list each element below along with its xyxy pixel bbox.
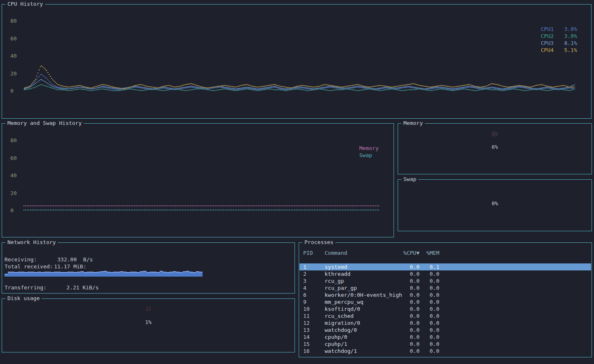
process-cpu: 0.0 [395,284,420,291]
process-row[interactable]: 1systemd0.00.1 [299,263,591,270]
legend-series-value: 3.0% [564,33,577,40]
process-pid: 4 [303,284,325,291]
process-cpu: 0.0 [395,312,420,319]
memory-swap-history-chart [24,136,393,218]
y-axis-tick: 20 [10,190,17,196]
process-row[interactable]: 14cpuhp/00.00.0 [299,333,591,341]
disk-usage-value: 1% [2,319,295,325]
process-mem: 0.0 [420,319,439,326]
process-row[interactable]: 10ksoftirqd/00.00.0 [299,305,591,312]
memory-usage-icon [492,132,498,136]
process-row[interactable]: 13watchdog/00.00.0 [299,326,591,333]
swap-panel: Swap 0% [398,179,592,231]
process-pid: 13 [303,326,325,333]
process-pid: 10 [303,305,325,312]
process-command: mm_percpu_wq [325,298,395,305]
process-row[interactable]: 15cpuhp/10.00.0 [299,341,591,348]
process-table: 1systemd0.00.12kthreadd0.00.03rcu_gp0.00… [299,263,591,355]
process-command: rcu_sched [325,312,395,319]
process-command: kworker/0:0H-events_high [325,291,395,298]
transferring-label: Transferring: [5,285,47,291]
process-command: kthreadd [325,270,395,277]
process-cpu: 0.0 [395,326,420,333]
legend-series-name: Memory [359,145,379,152]
legend-series-name: CPU2 [541,33,554,40]
process-mem: 0.0 [420,291,439,298]
process-cpu: 0.0 [395,348,420,355]
legend-series-name: CPU4 [541,47,554,54]
process-mem: 0.0 [420,270,439,277]
memory-swap-history-title: Memory and Swap History [5,120,84,127]
process-cpu: 0.0 [395,263,420,270]
process-row[interactable]: 12migration/00.00.0 [299,319,591,326]
process-row[interactable]: 2kthreadd0.00.0 [299,270,591,277]
memory-usage-value: 6% [398,144,592,150]
memory-swap-legend: MemorySwap [359,145,396,159]
cpu-history-panel: CPU History CPU13.0%CPU23.0%CPU38.1%CPU4… [2,4,592,119]
y-axis-tick: 20 [10,71,17,77]
process-row[interactable]: 9mm_percpu_wq0.00.0 [299,298,591,305]
receiving-value: 332.00 B/s [57,257,93,263]
process-mem: 0.0 [420,277,439,284]
process-pid: 15 [303,341,325,348]
y-axis-tick: 60 [10,155,17,161]
process-pid: 2 [303,270,325,277]
process-cpu: 0.0 [395,333,420,341]
swap-title: Swap [401,176,418,183]
y-axis-tick: 80 [10,138,17,143]
legend-row: CPU13.0% [541,26,577,33]
process-pid: 3 [303,277,325,284]
cpu-history-title: CPU History [5,1,45,7]
process-cpu: 0.0 [395,305,420,312]
process-mem: 0.0 [420,305,439,312]
process-row[interactable]: 16watchdog/10.00.0 [299,348,591,355]
processes-title: Processes [302,239,335,246]
process-pid: 6 [303,291,325,298]
process-command: ksoftirqd/0 [325,305,395,312]
column-header-cpu[interactable]: %CPU▼ [395,249,420,256]
cpu-legend: CPU13.0%CPU23.0%CPU38.1%CPU45.1% [541,26,577,54]
network-history-title: Network History [5,239,58,246]
column-header-mem[interactable]: %MEM [420,249,439,256]
legend-row: CPU23.0% [541,33,577,40]
legend-row: CPU38.1% [541,40,577,47]
legend-series-value: 3.0% [564,26,577,33]
process-pid: 12 [303,319,325,326]
legend-row: Memory [359,145,396,152]
process-row[interactable]: 6kworker/0:0H-events_high0.00.0 [299,291,591,298]
process-command: systemd [325,263,395,270]
process-cpu: 0.0 [395,319,420,326]
process-pid: 1 [303,263,325,270]
process-command: watchdog/1 [325,348,395,355]
process-cpu: 0.0 [395,291,420,298]
process-command: rcu_par_gp [325,284,395,291]
process-mem: 0.0 [420,326,439,333]
legend-series-name: CPU1 [541,26,554,33]
process-cpu: 0.0 [395,277,420,284]
process-mem: 0.0 [420,284,439,291]
legend-series-name: Swap [359,152,372,159]
column-header-command[interactable]: Command [325,249,395,256]
swap-usage-value: 0% [398,201,592,207]
processes-panel: Processes PIDCommand%CPU▼%MEM 1systemd0.… [299,242,592,357]
process-row[interactable]: 3rcu_gp0.00.0 [299,277,591,284]
process-command: migration/0 [325,319,395,326]
disk-usage-panel: Disk usage 1% [2,298,295,352]
y-axis-tick: 80 [10,18,17,24]
process-cpu: 0.0 [395,270,420,277]
process-row[interactable]: 4rcu_par_gp0.00.0 [299,284,591,291]
process-command: rcu_gp [325,277,395,284]
process-row[interactable]: 11rcu_sched0.00.0 [299,312,591,319]
process-cpu: 0.0 [395,341,420,348]
column-header-pid[interactable]: PID [303,249,325,256]
disk-usage-icon [146,306,151,311]
y-axis-tick: 40 [10,53,17,59]
network-history-panel: Network History Receiving: 332.00 B/s To… [2,242,295,294]
process-pid: 16 [303,348,325,355]
network-history-chart [5,268,293,277]
process-pid: 14 [303,333,325,341]
process-command: cpuhp/1 [325,341,395,348]
process-table-header[interactable]: PIDCommand%CPU▼%MEM [299,249,591,256]
process-mem: 0.0 [420,298,439,305]
receiving-label: Receiving: [5,257,37,263]
